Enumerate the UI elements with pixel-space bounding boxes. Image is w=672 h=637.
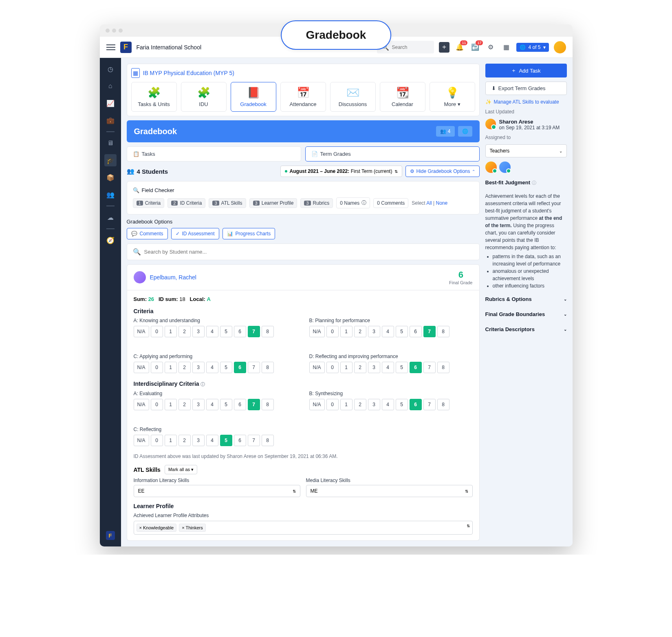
- score-cell[interactable]: 6: [234, 399, 246, 410]
- score-cell[interactable]: 2: [178, 435, 191, 446]
- score-cell[interactable]: 3: [192, 326, 205, 337]
- export-grades-button[interactable]: ⬇Export Term Grades: [485, 82, 567, 95]
- add-icon[interactable]: ＋: [439, 42, 449, 53]
- chip-names[interactable]: 0 Names ⓘ: [336, 197, 370, 208]
- score-cell[interactable]: 0: [151, 326, 163, 337]
- score-cell[interactable]: 8: [262, 399, 274, 410]
- score-cell[interactable]: 2: [178, 362, 191, 373]
- score-cell[interactable]: 4: [206, 435, 218, 446]
- score-cell[interactable]: 1: [340, 362, 353, 373]
- score-cell[interactable]: 1: [340, 326, 353, 337]
- student-name-link[interactable]: Epelbaum, Rachel: [150, 274, 196, 281]
- score-cell[interactable]: 6: [234, 362, 246, 373]
- user-avatar[interactable]: [554, 41, 566, 53]
- score-cell[interactable]: 0: [151, 435, 163, 446]
- sidebar-display-icon[interactable]: 🖥: [104, 137, 117, 149]
- score-cell[interactable]: 6: [234, 326, 246, 337]
- sidebar-box-icon[interactable]: 📦: [104, 171, 117, 184]
- chip-atl-skills[interactable]: 3ATL Skills: [209, 198, 246, 208]
- link-none[interactable]: None: [436, 200, 447, 206]
- option-comments[interactable]: 💬Comments: [127, 228, 168, 239]
- score-cell[interactable]: 1: [340, 399, 353, 410]
- score-cell[interactable]: 3: [192, 362, 205, 373]
- score-cell[interactable]: 3: [368, 399, 380, 410]
- score-cell[interactable]: 6: [410, 362, 422, 373]
- score-cell[interactable]: 2: [178, 326, 191, 337]
- score-cell[interactable]: 7: [423, 326, 436, 337]
- apps-icon[interactable]: ▦: [501, 42, 511, 53]
- score-cell[interactable]: 7: [248, 362, 260, 373]
- menu-icon[interactable]: [106, 44, 115, 50]
- sidebar-compass-icon[interactable]: 🧭: [104, 234, 117, 246]
- score-cell[interactable]: 6: [234, 435, 246, 446]
- manage-atl-link[interactable]: ✨Manage ATL Skills to evaluate: [485, 99, 567, 105]
- score-cell[interactable]: 7: [248, 326, 260, 337]
- sidebar-app-icon[interactable]: F: [104, 529, 117, 542]
- nav-tasks-units[interactable]: 🧩Tasks & Units: [131, 82, 177, 112]
- accordion-boundaries[interactable]: Final Grade Boundaries⌄: [485, 309, 567, 320]
- score-cell[interactable]: 3: [368, 326, 380, 337]
- app-logo[interactable]: F: [120, 42, 132, 53]
- school-switcher[interactable]: 🌐 4 of 5 ▾: [516, 43, 549, 52]
- option-id-assessment[interactable]: ✓ID Assessment: [171, 228, 219, 239]
- message-icon[interactable]: ↩️17: [470, 42, 480, 53]
- sidebar-people-icon[interactable]: 👥: [104, 188, 117, 201]
- score-cell[interactable]: 6: [410, 399, 422, 410]
- score-cell[interactable]: 5: [220, 362, 232, 373]
- score-cell[interactable]: 6: [410, 326, 422, 337]
- score-cell[interactable]: 3: [192, 435, 205, 446]
- chip-comments[interactable]: 0 Comments: [373, 198, 408, 208]
- score-cell[interactable]: 8: [262, 435, 274, 446]
- score-cell[interactable]: 4: [206, 326, 218, 337]
- score-cell[interactable]: 8: [262, 326, 274, 337]
- score-cell[interactable]: 8: [262, 362, 274, 373]
- score-cell[interactable]: 1: [165, 362, 177, 373]
- chip-learner-profile[interactable]: 3Learner Profile: [249, 198, 297, 208]
- add-task-button[interactable]: ＋Add Task: [485, 64, 567, 77]
- score-cell[interactable]: 3: [368, 362, 380, 373]
- score-cell[interactable]: 1: [165, 326, 177, 337]
- score-cell[interactable]: 8: [437, 399, 449, 410]
- nav-gradebook[interactable]: 📕Gradebook: [231, 82, 276, 112]
- score-cell[interactable]: N/A: [134, 399, 149, 410]
- nav-more[interactable]: 💡More ▾: [430, 82, 475, 112]
- score-cell[interactable]: N/A: [309, 362, 325, 373]
- score-cell[interactable]: N/A: [134, 435, 149, 446]
- score-cell[interactable]: 0: [326, 399, 339, 410]
- chip-rubrics[interactable]: 3Rubrics: [300, 198, 333, 208]
- score-cell[interactable]: 2: [354, 399, 366, 410]
- sidebar-cloud-icon[interactable]: ☁: [104, 211, 117, 223]
- score-cell[interactable]: 0: [326, 362, 339, 373]
- score-cell[interactable]: 2: [354, 326, 366, 337]
- class-breadcrumb[interactable]: ▦ IB MYP Physical Education (MYP 5): [131, 68, 475, 78]
- score-cell[interactable]: 2: [178, 399, 191, 410]
- sidebar-gradebook-icon[interactable]: 🎓: [104, 154, 117, 166]
- atl-media-select[interactable]: ME⇅: [306, 485, 473, 497]
- score-cell[interactable]: 5: [220, 435, 232, 446]
- globe-button[interactable]: 🌐: [458, 126, 472, 137]
- score-cell[interactable]: N/A: [309, 326, 325, 337]
- score-cell[interactable]: 4: [382, 399, 394, 410]
- assigned-to-dropdown[interactable]: Teachers⌄: [485, 144, 567, 157]
- score-cell[interactable]: 5: [220, 326, 232, 337]
- lp-tags-input[interactable]: × Knowledgeable × Thinkers ⇅: [134, 521, 473, 535]
- sidebar-clock-icon[interactable]: ◷: [104, 63, 117, 75]
- score-cell[interactable]: 5: [396, 362, 408, 373]
- score-cell[interactable]: 1: [165, 435, 177, 446]
- tab-tasks[interactable]: 📋Tasks: [127, 146, 301, 161]
- tab-term-grades[interactable]: 📄Term Grades: [305, 146, 480, 161]
- accordion-descriptors[interactable]: Criteria Descriptors⌄: [485, 324, 567, 335]
- score-cell[interactable]: N/A: [309, 399, 325, 410]
- score-cell[interactable]: 4: [206, 362, 218, 373]
- chip-criteria[interactable]: 1Criteria: [133, 198, 165, 208]
- score-cell[interactable]: 4: [382, 362, 394, 373]
- score-cell[interactable]: 2: [354, 362, 366, 373]
- score-cell[interactable]: 7: [423, 362, 436, 373]
- link-all[interactable]: All: [426, 200, 432, 206]
- sidebar-home-icon[interactable]: ⌂: [104, 80, 117, 92]
- score-cell[interactable]: 8: [437, 326, 449, 337]
- atl-info-select[interactable]: EE⇅: [134, 485, 300, 497]
- term-selector[interactable]: August 2021 – June 2022: First Term (cur…: [280, 166, 403, 177]
- nav-attendance[interactable]: 📅Attendance: [280, 82, 326, 112]
- lp-tag[interactable]: × Thinkers: [179, 524, 205, 532]
